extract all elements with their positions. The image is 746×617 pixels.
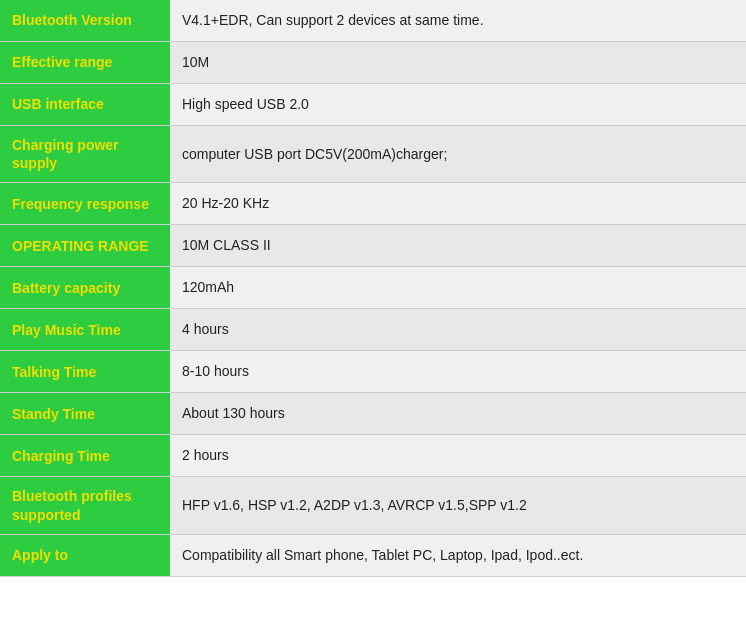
table-row: Charging power supplycomputer USB port D… [0, 126, 746, 183]
spec-value: 20 Hz-20 KHz [170, 183, 746, 225]
spec-label: Bluetooth Version [0, 0, 170, 42]
spec-value: About 130 hours [170, 393, 746, 435]
spec-value: 8-10 hours [170, 351, 746, 393]
spec-label: Bluetooth profiles supported [0, 477, 170, 534]
table-row: Play Music Time4 hours [0, 309, 746, 351]
table-row: Apply toCompatibility all Smart phone, T… [0, 534, 746, 576]
table-row: Talking Time8-10 hours [0, 351, 746, 393]
table-row: Standy TimeAbout 130 hours [0, 393, 746, 435]
spec-value: 10M CLASS II [170, 225, 746, 267]
spec-table: Bluetooth VersionV4.1+EDR, Can support 2… [0, 0, 746, 577]
spec-label: Charging power supply [0, 126, 170, 183]
spec-value: 120mAh [170, 267, 746, 309]
spec-value: HFP v1.6, HSP v1.2, A2DP v1.3, AVRCP v1.… [170, 477, 746, 534]
spec-label: USB interface [0, 84, 170, 126]
spec-label: Effective range [0, 42, 170, 84]
spec-label: Talking Time [0, 351, 170, 393]
spec-label: Apply to [0, 534, 170, 576]
table-row: Frequency response20 Hz-20 KHz [0, 183, 746, 225]
table-row: Charging Time2 hours [0, 435, 746, 477]
spec-label: Play Music Time [0, 309, 170, 351]
table-row: OPERATING RANGE10M CLASS II [0, 225, 746, 267]
spec-value: 4 hours [170, 309, 746, 351]
table-row: Bluetooth profiles supportedHFP v1.6, HS… [0, 477, 746, 534]
spec-value: High speed USB 2.0 [170, 84, 746, 126]
spec-label: Battery capacity [0, 267, 170, 309]
spec-value: V4.1+EDR, Can support 2 devices at same … [170, 0, 746, 42]
table-row: Effective range10M [0, 42, 746, 84]
spec-label: Standy Time [0, 393, 170, 435]
spec-value: computer USB port DC5V(200mA)charger; [170, 126, 746, 183]
table-row: USB interfaceHigh speed USB 2.0 [0, 84, 746, 126]
spec-value: 2 hours [170, 435, 746, 477]
spec-label: Frequency response [0, 183, 170, 225]
spec-value: 10M [170, 42, 746, 84]
spec-label: Charging Time [0, 435, 170, 477]
table-row: Battery capacity120mAh [0, 267, 746, 309]
spec-value: Compatibility all Smart phone, Tablet PC… [170, 534, 746, 576]
table-row: Bluetooth VersionV4.1+EDR, Can support 2… [0, 0, 746, 42]
spec-label: OPERATING RANGE [0, 225, 170, 267]
